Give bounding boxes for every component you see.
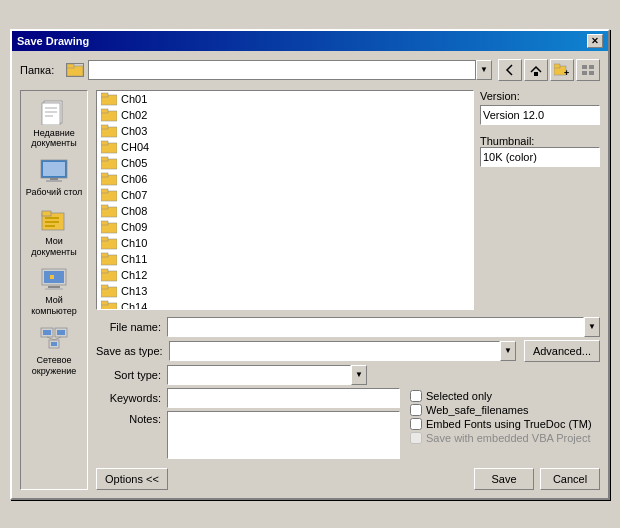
list-item[interactable]: Ch13 [97, 283, 473, 299]
list-item-label: CH04 [121, 141, 149, 153]
sidebar-label-mycomputer: Мой компьютер [25, 295, 83, 317]
filename-row: File name: Graphic1 ▼ [96, 317, 600, 337]
folder-icon [101, 204, 117, 218]
svg-rect-23 [45, 225, 55, 227]
list-item[interactable]: Ch08 [97, 203, 473, 219]
save-cancel-area: Save Cancel [474, 468, 600, 490]
bottom-bar: Options << Save Cancel [96, 462, 600, 490]
list-item[interactable]: CH04 [97, 139, 473, 155]
notes-textarea[interactable] [167, 411, 400, 459]
checkboxes-area: Selected only Web_safe_filenames Embed F… [410, 388, 600, 444]
dialog-body: Папка: CorelBook ▼ [12, 51, 608, 498]
saveas-input[interactable]: CDR - CorelDRAW [169, 341, 500, 361]
keywords-row: Keywords: [96, 388, 400, 408]
list-item-label: Ch03 [121, 125, 147, 137]
save-embedded-checkbox[interactable] [410, 432, 422, 444]
web-safe-row: Web_safe_filenames [410, 404, 600, 416]
notes-label: Notes: [96, 413, 161, 425]
folder-icon [101, 92, 117, 106]
svg-rect-20 [42, 211, 51, 216]
back-button[interactable] [498, 59, 522, 81]
list-item[interactable]: Ch10 [97, 235, 473, 251]
svg-rect-42 [101, 125, 108, 129]
web-safe-label: Web_safe_filenames [426, 404, 529, 416]
svg-rect-22 [45, 221, 59, 223]
svg-rect-30 [43, 330, 51, 335]
save-button[interactable]: Save [474, 468, 534, 490]
svg-rect-2 [534, 72, 538, 76]
list-item[interactable]: Ch02 [97, 107, 473, 123]
advanced-button[interactable]: Advanced... [524, 340, 600, 362]
version-section: Version: Version 12.0 [480, 90, 600, 125]
folder-icon [101, 108, 117, 122]
version-label: Version: [480, 90, 600, 102]
folder-icon [101, 300, 117, 310]
svg-line-35 [47, 337, 54, 340]
sidebar-item-desktop[interactable]: Рабочий стол [23, 154, 85, 201]
keywords-input[interactable] [167, 388, 400, 408]
filename-input[interactable]: Graphic1 [167, 317, 584, 337]
folder-input[interactable]: CorelBook [88, 60, 476, 80]
my-docs-icon [38, 206, 70, 234]
list-item[interactable]: Ch14 [97, 299, 473, 310]
list-item-label: Ch08 [121, 205, 147, 217]
selected-only-checkbox[interactable] [410, 390, 422, 402]
sorttype-input[interactable]: Default [167, 365, 351, 385]
filename-combo[interactable]: Graphic1 ▼ [167, 317, 600, 337]
sorttype-combo[interactable]: Default ▼ [167, 365, 367, 385]
list-item-label: Ch14 [121, 301, 147, 310]
saveas-dropdown-arrow[interactable]: ▼ [500, 341, 516, 361]
close-button[interactable]: ✕ [587, 34, 603, 48]
svg-rect-56 [101, 237, 108, 241]
sidebar-item-recent[interactable]: Недавние документы [23, 95, 85, 153]
cancel-button[interactable]: Cancel [540, 468, 600, 490]
list-item[interactable]: Ch01 [97, 91, 473, 107]
filename-dropdown-arrow[interactable]: ▼ [584, 317, 600, 337]
list-item[interactable]: Ch05 [97, 155, 473, 171]
web-safe-checkbox[interactable] [410, 404, 422, 416]
sidebar-item-mycomputer[interactable]: Мой компьютер [23, 262, 85, 320]
embed-fonts-checkbox[interactable] [410, 418, 422, 430]
filename-label: File name: [96, 321, 161, 333]
save-embedded-label: Save with embedded VBA Project [426, 432, 590, 444]
list-item[interactable]: Ch12 [97, 267, 473, 283]
svg-rect-40 [101, 109, 108, 113]
title-bar: Save Drawing ✕ [12, 31, 608, 51]
folder-icon [101, 124, 117, 138]
sidebar-label-network: Сетевое окружение [25, 355, 83, 377]
folder-select-container: CorelBook ▼ [66, 60, 492, 80]
save-drawing-dialog: Save Drawing ✕ Папка: CorelBook ▼ [10, 29, 610, 500]
thumbnail-select-wrapper[interactable]: 10K (color) [480, 147, 600, 167]
sidebar-item-mydocs[interactable]: Мои документы [23, 203, 85, 261]
saveas-combo[interactable]: CDR - CorelDRAW ▼ [169, 341, 516, 361]
view-button[interactable] [576, 59, 600, 81]
svg-rect-21 [45, 217, 59, 219]
svg-rect-60 [101, 269, 108, 273]
sidebar-label-recent: Недавние документы [25, 128, 83, 150]
list-item[interactable]: Ch03 [97, 123, 473, 139]
right-panel: Version: Version 12.0 Thumbnail: [480, 90, 600, 310]
version-select[interactable]: Version 12.0 [480, 105, 600, 125]
options-button[interactable]: Options << [96, 468, 168, 490]
sidebar-item-network[interactable]: Сетевое окружение [23, 322, 85, 380]
svg-rect-1 [67, 64, 74, 68]
version-select-wrapper[interactable]: Version 12.0 [480, 105, 600, 125]
keywords-label: Keywords: [96, 392, 161, 404]
sidebar-label-mydocs: Мои документы [25, 236, 83, 258]
svg-rect-32 [57, 330, 65, 335]
up-button[interactable] [524, 59, 548, 81]
list-item[interactable]: Ch11 [97, 251, 473, 267]
folder-bar: Папка: CorelBook ▼ [20, 59, 600, 81]
thumbnail-select[interactable]: 10K (color) [480, 147, 600, 167]
notes-row: Notes: [96, 411, 400, 459]
folder-label: Папка: [20, 64, 60, 76]
folder-dropdown[interactable]: CorelBook ▼ [88, 60, 492, 80]
folder-dropdown-arrow[interactable]: ▼ [476, 60, 492, 80]
sorttype-dropdown-arrow[interactable]: ▼ [351, 365, 367, 385]
list-item[interactable]: Ch07 [97, 187, 473, 203]
svg-rect-50 [101, 189, 108, 193]
new-folder-button[interactable]: + [550, 59, 574, 81]
list-item[interactable]: Ch09 [97, 219, 473, 235]
svg-rect-52 [101, 205, 108, 209]
list-item[interactable]: Ch06 [97, 171, 473, 187]
